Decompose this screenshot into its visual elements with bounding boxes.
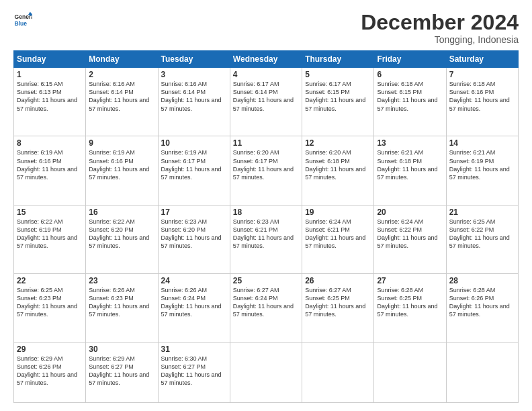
day-number: 10 [161, 138, 227, 148]
table-row: 24 Sunrise: 6:26 AM Sunset: 6:24 PM Dayl… [158, 273, 230, 342]
table-row: 14 Sunrise: 6:21 AM Sunset: 6:19 PM Dayl… [446, 136, 518, 205]
table-row: 22 Sunrise: 6:25 AM Sunset: 6:23 PM Dayl… [14, 273, 86, 342]
table-row: 29 Sunrise: 6:29 AM Sunset: 6:26 PM Dayl… [14, 342, 86, 402]
day-info: Sunrise: 6:15 AM Sunset: 6:13 PM Dayligh… [17, 80, 83, 113]
table-row: 12 Sunrise: 6:20 AM Sunset: 6:18 PM Dayl… [302, 136, 374, 205]
day-number: 29 [17, 345, 83, 354]
day-number: 3 [161, 70, 227, 79]
day-info: Sunrise: 6:26 AM Sunset: 6:24 PM Dayligh… [161, 286, 227, 319]
day-number: 30 [89, 345, 154, 354]
day-number: 26 [305, 276, 371, 285]
day-info: Sunrise: 6:28 AM Sunset: 6:26 PM Dayligh… [449, 286, 515, 319]
table-row: 16 Sunrise: 6:22 AM Sunset: 6:20 PM Dayl… [86, 205, 158, 273]
day-number: 28 [449, 276, 515, 285]
day-info: Sunrise: 6:22 AM Sunset: 6:20 PM Dayligh… [89, 218, 154, 250]
svg-text:Blue: Blue [15, 20, 28, 27]
table-row [302, 342, 374, 402]
day-info: Sunrise: 6:29 AM Sunset: 6:26 PM Dayligh… [17, 355, 83, 387]
table-row: 26 Sunrise: 6:27 AM Sunset: 6:25 PM Dayl… [302, 273, 374, 342]
day-number: 31 [161, 345, 227, 354]
day-info: Sunrise: 6:19 AM Sunset: 6:16 PM Dayligh… [89, 148, 154, 181]
table-row: 2 Sunrise: 6:16 AM Sunset: 6:14 PM Dayli… [86, 68, 158, 136]
day-number: 21 [449, 208, 515, 217]
col-friday: Friday [374, 51, 446, 68]
day-info: Sunrise: 6:19 AM Sunset: 6:16 PM Dayligh… [17, 148, 83, 181]
table-row: 10 Sunrise: 6:19 AM Sunset: 6:17 PM Dayl… [158, 136, 230, 205]
table-row: 30 Sunrise: 6:29 AM Sunset: 6:27 PM Dayl… [86, 342, 158, 402]
calendar-week-row: 29 Sunrise: 6:29 AM Sunset: 6:26 PM Dayl… [14, 342, 519, 402]
day-info: Sunrise: 6:23 AM Sunset: 6:21 PM Dayligh… [233, 218, 299, 250]
day-number: 7 [449, 70, 515, 79]
calendar-week-row: 1 Sunrise: 6:15 AM Sunset: 6:13 PM Dayli… [14, 68, 519, 136]
table-row: 13 Sunrise: 6:21 AM Sunset: 6:18 PM Dayl… [374, 136, 446, 205]
day-info: Sunrise: 6:20 AM Sunset: 6:17 PM Dayligh… [233, 148, 299, 181]
day-number: 24 [161, 276, 227, 285]
col-saturday: Saturday [446, 51, 518, 68]
table-row: 17 Sunrise: 6:23 AM Sunset: 6:20 PM Dayl… [158, 205, 230, 273]
day-info: Sunrise: 6:26 AM Sunset: 6:23 PM Dayligh… [89, 286, 154, 319]
day-number: 11 [233, 138, 299, 148]
day-number: 2 [89, 70, 154, 79]
day-info: Sunrise: 6:16 AM Sunset: 6:14 PM Dayligh… [161, 80, 227, 113]
day-info: Sunrise: 6:17 AM Sunset: 6:14 PM Dayligh… [233, 80, 299, 113]
day-number: 6 [377, 70, 443, 79]
table-row: 8 Sunrise: 6:19 AM Sunset: 6:16 PM Dayli… [14, 136, 86, 205]
day-info: Sunrise: 6:18 AM Sunset: 6:15 PM Dayligh… [377, 80, 443, 113]
day-number: 19 [305, 208, 371, 217]
day-number: 18 [233, 208, 299, 217]
header: General Blue December 2024 Tongging, Ind… [13, 11, 519, 45]
day-number: 22 [17, 276, 83, 285]
day-info: Sunrise: 6:29 AM Sunset: 6:27 PM Dayligh… [89, 355, 154, 387]
day-number: 20 [377, 208, 443, 217]
day-number: 1 [17, 70, 83, 79]
day-info: Sunrise: 6:19 AM Sunset: 6:17 PM Dayligh… [161, 148, 227, 181]
calendar-week-row: 22 Sunrise: 6:25 AM Sunset: 6:23 PM Dayl… [14, 273, 519, 342]
table-row: 18 Sunrise: 6:23 AM Sunset: 6:21 PM Dayl… [230, 205, 302, 273]
table-row: 3 Sunrise: 6:16 AM Sunset: 6:14 PM Dayli… [158, 68, 230, 136]
day-number: 5 [305, 70, 371, 79]
table-row [374, 342, 446, 402]
day-number: 23 [89, 276, 154, 285]
day-number: 17 [161, 208, 227, 217]
day-info: Sunrise: 6:23 AM Sunset: 6:20 PM Dayligh… [161, 218, 227, 250]
table-row: 19 Sunrise: 6:24 AM Sunset: 6:21 PM Dayl… [302, 205, 374, 273]
day-info: Sunrise: 6:22 AM Sunset: 6:19 PM Dayligh… [17, 218, 83, 250]
day-info: Sunrise: 6:25 AM Sunset: 6:22 PM Dayligh… [449, 218, 515, 250]
day-info: Sunrise: 6:27 AM Sunset: 6:24 PM Dayligh… [233, 286, 299, 319]
day-info: Sunrise: 6:18 AM Sunset: 6:16 PM Dayligh… [449, 80, 515, 113]
day-info: Sunrise: 6:27 AM Sunset: 6:25 PM Dayligh… [305, 286, 371, 319]
table-row: 4 Sunrise: 6:17 AM Sunset: 6:14 PM Dayli… [230, 68, 302, 136]
day-info: Sunrise: 6:25 AM Sunset: 6:23 PM Dayligh… [17, 286, 83, 319]
page: General Blue December 2024 Tongging, Ind… [0, 0, 532, 411]
calendar-header-row: Sunday Monday Tuesday Wednesday Thursday… [14, 51, 519, 68]
table-row: 21 Sunrise: 6:25 AM Sunset: 6:22 PM Dayl… [446, 205, 518, 273]
table-row: 15 Sunrise: 6:22 AM Sunset: 6:19 PM Dayl… [14, 205, 86, 273]
day-number: 14 [449, 138, 515, 148]
calendar-week-row: 8 Sunrise: 6:19 AM Sunset: 6:16 PM Dayli… [14, 136, 519, 205]
day-info: Sunrise: 6:21 AM Sunset: 6:18 PM Dayligh… [377, 148, 443, 181]
table-row [446, 342, 518, 402]
day-number: 8 [17, 138, 83, 148]
table-row: 20 Sunrise: 6:24 AM Sunset: 6:22 PM Dayl… [374, 205, 446, 273]
table-row: 27 Sunrise: 6:28 AM Sunset: 6:25 PM Dayl… [374, 273, 446, 342]
generalblue-logo-icon: General Blue [13, 11, 32, 30]
day-info: Sunrise: 6:20 AM Sunset: 6:18 PM Dayligh… [305, 148, 371, 181]
day-number: 4 [233, 70, 299, 79]
day-number: 16 [89, 208, 154, 217]
subtitle: Tongging, Indonesia [361, 34, 519, 45]
day-info: Sunrise: 6:16 AM Sunset: 6:14 PM Dayligh… [89, 80, 154, 113]
day-number: 27 [377, 276, 443, 285]
logo: General Blue [13, 11, 32, 30]
day-info: Sunrise: 6:28 AM Sunset: 6:25 PM Dayligh… [377, 286, 443, 319]
table-row: 5 Sunrise: 6:17 AM Sunset: 6:15 PM Dayli… [302, 68, 374, 136]
table-row: 25 Sunrise: 6:27 AM Sunset: 6:24 PM Dayl… [230, 273, 302, 342]
day-info: Sunrise: 6:17 AM Sunset: 6:15 PM Dayligh… [305, 80, 371, 113]
table-row: 6 Sunrise: 6:18 AM Sunset: 6:15 PM Dayli… [374, 68, 446, 136]
day-info: Sunrise: 6:30 AM Sunset: 6:27 PM Dayligh… [161, 355, 227, 387]
main-title: December 2024 [361, 11, 519, 34]
table-row: 31 Sunrise: 6:30 AM Sunset: 6:27 PM Dayl… [158, 342, 230, 402]
table-row: 9 Sunrise: 6:19 AM Sunset: 6:16 PM Dayli… [86, 136, 158, 205]
col-thursday: Thursday [302, 51, 374, 68]
table-row [230, 342, 302, 402]
day-info: Sunrise: 6:24 AM Sunset: 6:22 PM Dayligh… [377, 218, 443, 250]
